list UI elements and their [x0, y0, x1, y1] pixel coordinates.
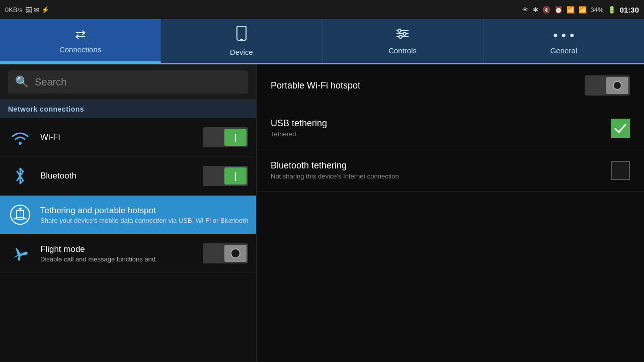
tab-connections-label: Connections	[59, 45, 101, 54]
tab-controls[interactable]: Controls	[323, 19, 484, 63]
wifi-item[interactable]: Wi-Fi |	[0, 118, 256, 157]
flight-item-icon	[8, 241, 32, 265]
wifi-toggle-thumb: |	[224, 129, 247, 146]
tab-device-label: Device	[230, 48, 253, 56]
battery-percent: 34%	[591, 6, 604, 14]
connections-icon: ⇄	[75, 27, 86, 42]
svg-rect-1	[240, 39, 243, 40]
general-icon: • • •	[553, 28, 574, 43]
bluetooth-item-icon	[8, 164, 32, 188]
alarm-icon: ⏰	[554, 6, 562, 14]
bluetooth-item[interactable]: Bluetooth |	[0, 157, 256, 196]
flight-toggle[interactable]	[203, 243, 248, 263]
volume-icon: 🔇	[542, 6, 550, 14]
tab-device[interactable]: Device	[161, 19, 322, 63]
svg-point-8	[19, 142, 22, 145]
svg-point-5	[398, 29, 401, 32]
bluetooth-tethering-text: Bluetooth tethering Not sharing this dev…	[271, 160, 611, 180]
portable-hotspot-text: Portable Wi-Fi hotspot	[271, 80, 585, 91]
tethering-item-icon	[8, 203, 32, 227]
tab-connections[interactable]: ⇄ Connections	[0, 19, 161, 63]
svg-point-7	[399, 35, 402, 38]
bluetooth-tethering-checkbox[interactable]	[611, 161, 630, 180]
tab-general-label: General	[550, 46, 577, 55]
status-bar: 0KB/s 🖼 ✉ ⚡ 👁 ✱ 🔇 ⏰ 📶 📶 34% 🔋 01:30	[0, 0, 644, 19]
status-left: 0KB/s 🖼 ✉ ⚡	[5, 6, 49, 14]
portable-hotspot-toggle-thumb	[606, 77, 628, 94]
controls-icon	[395, 28, 410, 43]
portable-hotspot-toggle[interactable]	[585, 75, 630, 96]
search-wrapper[interactable]: 🔍	[8, 70, 248, 94]
bluetooth-toggle-thumb: |	[224, 167, 247, 185]
tethering-item-text: Tethering and portable hotspot Share you…	[40, 206, 248, 224]
wifi-toggle-switch[interactable]: |	[203, 127, 248, 147]
eye-icon: 👁	[522, 6, 529, 14]
tab-bar: ⇄ Connections Device Controls • • • Gene…	[0, 19, 644, 64]
wifi-status-icon: 📶	[567, 6, 575, 14]
flight-mode-item[interactable]: Flight mode Disable call and message fun…	[0, 234, 256, 273]
flight-toggle-switch[interactable]	[203, 243, 248, 263]
wifi-item-text: Wi-Fi	[40, 132, 196, 142]
bluetooth-toggle[interactable]: |	[203, 166, 248, 186]
battery-icon: 🔋	[608, 6, 616, 14]
status-time: 01:30	[620, 6, 639, 14]
search-icon: 🔍	[15, 75, 29, 88]
tab-controls-label: Controls	[388, 46, 417, 55]
svg-point-6	[403, 32, 406, 35]
usb-tethering-text: USB tethering Tethered	[271, 118, 611, 138]
bluetooth-tethering-item[interactable]: Bluetooth tethering Not sharing this dev…	[257, 149, 644, 192]
svg-rect-0	[237, 26, 246, 40]
bluetooth-status-icon: ✱	[533, 6, 538, 14]
usb-tethering-item[interactable]: USB tethering Tethered	[257, 107, 644, 149]
network-connections-header: Network connections	[0, 100, 256, 118]
signal-icon: 📶	[579, 6, 587, 14]
flight-toggle-thumb	[224, 245, 247, 262]
bluetooth-toggle-switch[interactable]: |	[203, 166, 248, 186]
usb-tethering-checkbox[interactable]	[611, 119, 630, 138]
wifi-toggle[interactable]: |	[203, 127, 248, 147]
bluetooth-item-text: Bluetooth	[40, 171, 196, 181]
device-icon	[235, 26, 248, 45]
status-icons: 🖼 ✉ ⚡	[26, 6, 49, 14]
right-panel: Portable Wi-Fi hotspot USB tethering Tet…	[257, 64, 644, 362]
tab-general[interactable]: • • • General	[484, 19, 644, 63]
flight-item-text: Flight mode Disable call and message fun…	[40, 244, 196, 263]
status-right: 👁 ✱ 🔇 ⏰ 📶 📶 34% 🔋 01:30	[522, 6, 639, 14]
portable-hotspot-item[interactable]: Portable Wi-Fi hotspot	[257, 64, 644, 107]
status-speed: 0KB/s	[5, 6, 23, 14]
sidebar: 🔍 Network connections Wi-Fi	[0, 64, 257, 362]
main-content: 🔍 Network connections Wi-Fi	[0, 64, 644, 362]
tethering-item[interactable]: Tethering and portable hotspot Share you…	[0, 196, 256, 234]
search-input[interactable]	[35, 76, 241, 88]
search-section: 🔍	[0, 64, 256, 100]
wifi-item-icon	[8, 125, 32, 149]
